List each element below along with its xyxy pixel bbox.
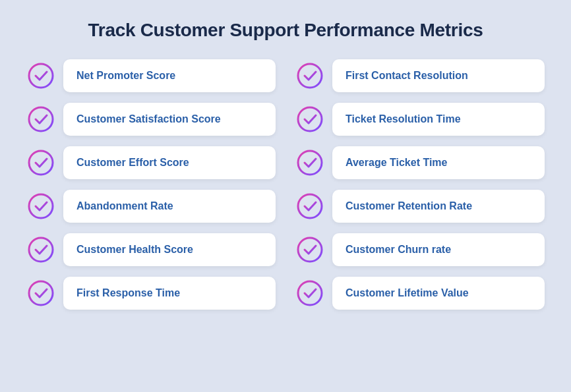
svg-point-4 <box>29 151 53 175</box>
metric-label: Customer Churn rate <box>346 244 451 255</box>
metric-label: Ticket Resolution Time <box>346 113 461 125</box>
svg-point-10 <box>29 281 53 305</box>
metric-item-customer-retention-rate: Customer Retention Rate <box>295 190 545 223</box>
metric-label-box: First Response Time <box>63 277 276 310</box>
metric-label-box: Customer Health Score <box>63 233 276 266</box>
check-icon <box>295 279 324 308</box>
svg-point-1 <box>298 64 322 88</box>
metric-label: Customer Health Score <box>76 244 193 255</box>
check-icon <box>295 61 324 90</box>
check-icon <box>26 105 55 134</box>
check-icon <box>295 148 324 177</box>
metric-label: First Response Time <box>76 287 180 298</box>
metric-label: First Contact Resolution <box>346 70 468 81</box>
check-icon <box>295 105 324 134</box>
check-icon <box>295 192 324 221</box>
metric-label-box: First Contact Resolution <box>332 59 545 92</box>
metric-label: Abandonment Rate <box>76 200 173 211</box>
metric-item-customer-churn-rate: Customer Churn rate <box>295 233 545 266</box>
metric-item-customer-effort-score: Customer Effort Score <box>26 146 276 179</box>
metric-label: Customer Lifetime Value <box>346 287 469 298</box>
metric-item-first-contact-resolution: First Contact Resolution <box>295 59 545 92</box>
metric-item-customer-satisfaction-score: Customer Satisfaction Score <box>26 103 276 136</box>
svg-point-3 <box>298 107 322 131</box>
metric-label-box: Customer Retention Rate <box>332 190 545 223</box>
page-title: Track Customer Support Performance Metri… <box>88 20 483 41</box>
metric-label: Customer Effort Score <box>76 157 189 168</box>
svg-point-7 <box>298 194 322 218</box>
metric-label-box: Ticket Resolution Time <box>332 103 545 136</box>
svg-point-0 <box>29 64 53 88</box>
metric-item-first-response-time: First Response Time <box>26 277 276 310</box>
metric-label-box: Abandonment Rate <box>63 190 276 223</box>
metric-item-net-promoter-score: Net Promoter Score <box>26 59 276 92</box>
metric-label-box: Net Promoter Score <box>63 59 276 92</box>
check-icon <box>26 61 55 90</box>
svg-point-2 <box>29 107 53 131</box>
check-icon <box>295 235 324 264</box>
svg-point-5 <box>298 151 322 175</box>
metric-label-box: Average Ticket Time <box>332 146 545 179</box>
metric-label-box: Customer Lifetime Value <box>332 277 545 310</box>
metric-label: Average Ticket Time <box>346 157 447 168</box>
svg-point-8 <box>29 238 53 262</box>
metric-label-box: Customer Churn rate <box>332 233 545 266</box>
metric-item-customer-lifetime-value: Customer Lifetime Value <box>295 277 545 310</box>
svg-point-6 <box>29 194 53 218</box>
metric-item-average-ticket-time: Average Ticket Time <box>295 146 545 179</box>
metric-label: Customer Retention Rate <box>346 200 472 211</box>
metric-item-ticket-resolution-time: Ticket Resolution Time <box>295 103 545 136</box>
metrics-grid: Net Promoter Score First Contact Resolut… <box>26 59 545 310</box>
svg-point-11 <box>298 281 322 305</box>
check-icon <box>26 235 55 264</box>
metric-item-abandonment-rate: Abandonment Rate <box>26 190 276 223</box>
check-icon <box>26 148 55 177</box>
check-icon <box>26 192 55 221</box>
metric-label-box: Customer Satisfaction Score <box>63 103 276 136</box>
metric-label: Net Promoter Score <box>76 70 175 81</box>
metric-item-customer-health-score: Customer Health Score <box>26 233 276 266</box>
svg-point-9 <box>298 238 322 262</box>
metric-label: Customer Satisfaction Score <box>76 113 221 125</box>
check-icon <box>26 279 55 308</box>
metric-label-box: Customer Effort Score <box>63 146 276 179</box>
